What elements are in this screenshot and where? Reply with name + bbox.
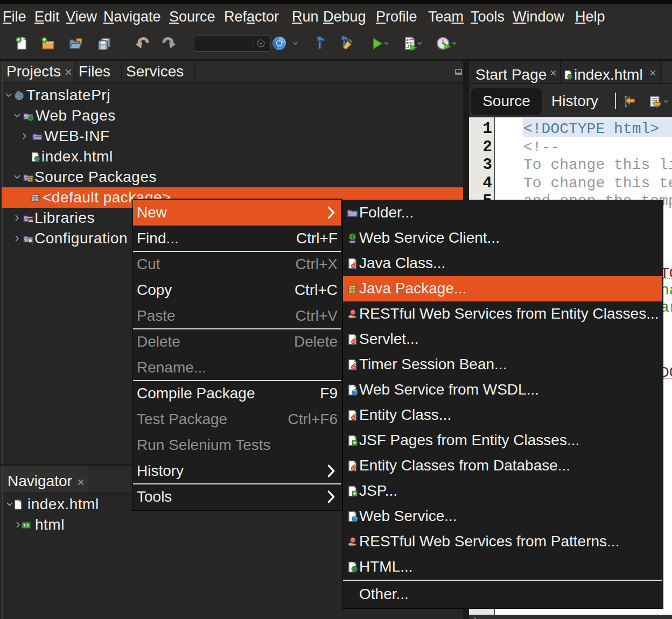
svg-text:3: 3 bbox=[407, 44, 409, 49]
